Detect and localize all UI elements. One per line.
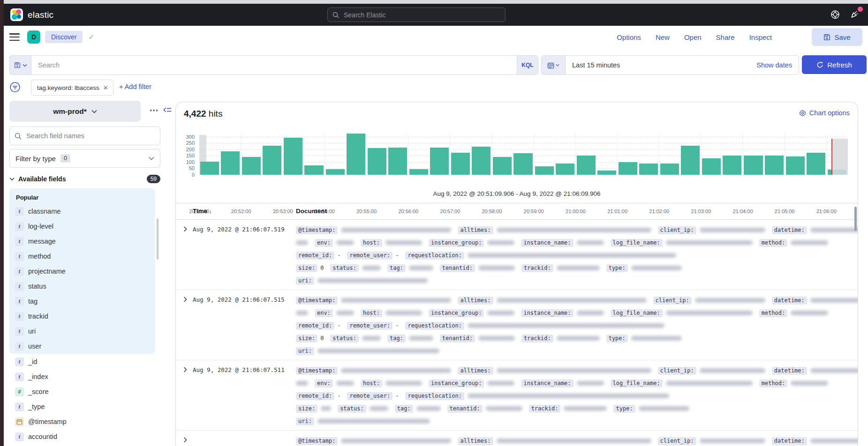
field-label-pill[interactable]: instance_name: xyxy=(521,309,573,317)
field-label-pill[interactable]: status: xyxy=(330,334,359,342)
field-label-pill[interactable]: type: xyxy=(606,334,628,342)
histogram-bar[interactable] xyxy=(556,164,574,175)
field-label-pill[interactable]: log_file_name: xyxy=(611,309,663,317)
histogram-bar[interactable] xyxy=(451,153,470,175)
field-label-pill[interactable]: datetime: xyxy=(772,297,807,305)
histogram-bar[interactable] xyxy=(786,156,805,175)
field-label-pill[interactable]: tenantid: xyxy=(440,264,475,272)
field-item-_score[interactable]: #_score xyxy=(15,384,155,399)
query-language-button[interactable]: KQL xyxy=(517,56,538,74)
histogram-bar[interactable] xyxy=(326,169,345,175)
field-label-pill[interactable]: host: xyxy=(361,309,382,317)
field-label-pill[interactable]: instance_name: xyxy=(521,239,573,247)
field-label-pill[interactable]: instance_group: xyxy=(429,379,484,387)
field-search-input[interactable] xyxy=(25,132,155,140)
field-label-pill[interactable]: method: xyxy=(759,309,788,317)
field-label-pill[interactable]: instance_group: xyxy=(429,309,484,317)
field-options-icon[interactable] xyxy=(150,108,159,113)
table-scrollbar[interactable] xyxy=(854,207,857,231)
field-label-pill[interactable]: log_file_name: xyxy=(611,379,663,387)
field-label-pill[interactable]: uri: xyxy=(296,277,314,285)
field-label-pill[interactable]: remote_id: xyxy=(296,252,334,260)
column-header-time[interactable]: Time ↓ xyxy=(193,208,212,215)
field-label-pill[interactable]: env: xyxy=(315,379,333,387)
field-item-_id[interactable]: t_id xyxy=(15,354,155,369)
field-label-pill[interactable]: remote_user: xyxy=(347,322,392,330)
field-label-pill[interactable]: datetime: xyxy=(772,367,807,375)
index-pattern-switcher[interactable]: wm-prod* xyxy=(9,101,141,122)
histogram-chart[interactable]: 05010015020025030020:51:0020:52:0020:53:… xyxy=(199,134,847,175)
histogram-bar[interactable] xyxy=(619,162,637,175)
field-label-pill[interactable]: uri: xyxy=(296,417,314,425)
time-range-value[interactable]: Last 15 minutes xyxy=(572,61,620,69)
toolbar-action-options[interactable]: Options xyxy=(617,33,641,41)
field-item-tag[interactable]: ttag xyxy=(15,294,155,309)
field-label-pill[interactable]: type: xyxy=(606,264,628,272)
expand-row-icon[interactable] xyxy=(183,297,187,302)
field-label-pill[interactable]: size: xyxy=(296,264,317,272)
histogram-bar[interactable] xyxy=(368,148,386,175)
field-item-@timestamp[interactable]: @timestamp xyxy=(15,414,155,429)
field-item-log-level[interactable]: tlog-level xyxy=(15,219,155,234)
field-label-pill[interactable]: remote_user: xyxy=(347,252,392,260)
global-search-input[interactable] xyxy=(343,11,500,19)
field-label-pill[interactable]: client_ip: xyxy=(658,367,696,375)
toolbar-action-new[interactable]: New xyxy=(656,33,670,41)
global-search[interactable] xyxy=(327,7,506,22)
histogram-bar[interactable] xyxy=(723,156,741,175)
save-button[interactable]: Save xyxy=(812,28,862,46)
field-item-method[interactable]: tmethod xyxy=(15,249,155,264)
field-label-pill[interactable]: remote_id: xyxy=(296,392,334,400)
filter-by-type-select[interactable]: Filter by type 0 xyxy=(9,149,160,168)
expand-row-icon[interactable] xyxy=(183,437,187,443)
histogram-bar[interactable] xyxy=(263,146,281,175)
field-label-pill[interactable]: env: xyxy=(315,239,333,247)
field-label-pill[interactable]: method: xyxy=(759,379,788,387)
elastic-logo-wrap[interactable]: elastic xyxy=(10,8,53,21)
histogram-bar[interactable] xyxy=(472,147,491,175)
histogram-bar[interactable] xyxy=(304,165,323,175)
histogram-bar[interactable] xyxy=(639,164,658,175)
histogram-bar[interactable] xyxy=(284,138,302,175)
field-label-pill[interactable]: tag: xyxy=(387,334,406,342)
histogram-bar[interactable] xyxy=(242,157,261,175)
histogram-bar[interactable] xyxy=(221,151,240,175)
field-label-pill[interactable]: trackid: xyxy=(529,405,561,413)
field-label-pill[interactable]: tag: xyxy=(395,405,413,413)
field-label-pill[interactable]: instance_name: xyxy=(521,379,573,387)
expand-row-icon[interactable] xyxy=(183,367,187,372)
field-label-pill[interactable]: size: xyxy=(296,334,317,342)
histogram-bar[interactable] xyxy=(660,164,679,175)
available-fields-header[interactable]: Available fields 59 xyxy=(9,175,160,183)
histogram-bar[interactable] xyxy=(577,156,596,175)
space-avatar[interactable]: D xyxy=(27,30,40,44)
remove-filter-icon[interactable]: ✕ xyxy=(103,84,108,91)
field-label-pill[interactable]: requestlocation: xyxy=(405,252,464,260)
field-label-pill[interactable]: method: xyxy=(759,239,788,247)
show-dates-link[interactable]: Show dates xyxy=(756,61,792,69)
filter-menu-icon[interactable] xyxy=(9,82,21,93)
chart-options-button[interactable]: Chart options xyxy=(799,109,850,117)
histogram-bar[interactable] xyxy=(535,166,554,175)
histogram-bar[interactable] xyxy=(493,157,512,175)
field-label-pill[interactable]: datetime: xyxy=(772,437,807,445)
field-label-pill[interactable]: alltimes: xyxy=(458,226,493,234)
expand-row-icon[interactable] xyxy=(183,226,187,232)
field-item-accountid[interactable]: taccountid xyxy=(15,429,155,444)
toolbar-action-share[interactable]: Share xyxy=(716,33,735,41)
histogram-bar[interactable] xyxy=(807,153,825,175)
field-label-pill[interactable]: type: xyxy=(613,405,635,413)
field-label-pill[interactable]: alltimes: xyxy=(458,297,493,305)
field-label-pill[interactable]: uri: xyxy=(296,347,314,355)
refresh-button[interactable]: Refresh xyxy=(802,55,867,74)
field-item-projectname[interactable]: tprojectname xyxy=(15,264,155,279)
saved-query-menu-button[interactable] xyxy=(9,55,31,75)
newsfeed-icon[interactable] xyxy=(849,8,861,21)
toolbar-action-inspect[interactable]: Inspect xyxy=(749,33,772,41)
menu-hamburger-icon[interactable] xyxy=(9,33,20,41)
field-label-pill[interactable]: @timestamp: xyxy=(296,226,338,234)
histogram-bar[interactable] xyxy=(702,158,721,175)
histogram-bar[interactable] xyxy=(513,153,532,175)
field-label-pill[interactable]: @timestamp: xyxy=(296,367,338,375)
field-label-pill[interactable]: requestlocation: xyxy=(405,322,464,330)
